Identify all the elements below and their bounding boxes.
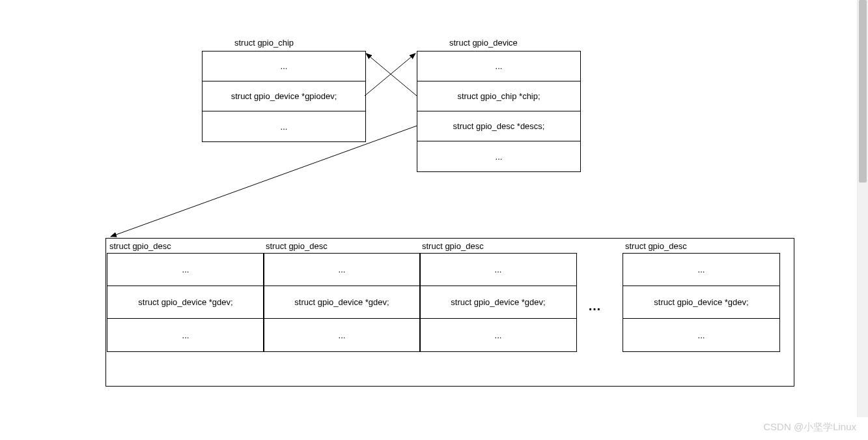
gpio-desc-box-2: ... struct gpio_device *gdev; ... xyxy=(419,253,577,352)
gpio-device-row-1: struct gpio_chip *chip; xyxy=(417,81,580,111)
scrollbar-track[interactable] xyxy=(857,0,868,417)
gpio-chip-title: struct gpio_chip xyxy=(234,38,294,48)
gpio-desc-box-1: ... struct gpio_device *gdev; ... xyxy=(263,253,421,352)
gpio-desc-1-row-2: ... xyxy=(264,319,420,351)
gpio-desc-2-row-1: struct gpio_device *gdev; xyxy=(420,286,576,319)
gpio-device-row-2: struct gpio_desc *descs; xyxy=(417,111,580,141)
gpio-device-box: ... struct gpio_chip *chip; struct gpio_… xyxy=(417,51,581,172)
gpio-desc-2-row-0: ... xyxy=(420,254,576,286)
svg-line-3 xyxy=(111,126,417,237)
gpio-desc-title-2: struct gpio_desc xyxy=(422,241,484,251)
gpio-desc-title-0: struct gpio_desc xyxy=(109,241,171,251)
gpio-device-row-0: ... xyxy=(417,51,580,81)
ellipsis-icon: … xyxy=(588,299,602,314)
svg-line-1 xyxy=(365,53,415,96)
gpio-desc-3-row-0: ... xyxy=(623,254,779,286)
gpio-desc-box-3: ... struct gpio_device *gdev; ... xyxy=(623,253,780,352)
gpio-chip-row-0: ... xyxy=(203,51,365,81)
gpio-desc-3-row-2: ... xyxy=(623,319,779,351)
gpio-desc-1-row-0: ... xyxy=(264,254,420,286)
gpio-chip-row-1: struct gpio_device *gpiodev; xyxy=(203,81,365,111)
gpio-device-row-3: ... xyxy=(417,141,580,171)
gpio-desc-box-0: ... struct gpio_device *gdev; ... xyxy=(107,253,264,352)
gpio-chip-row-2: ... xyxy=(203,111,365,141)
gpio-desc-0-row-1: struct gpio_device *gdev; xyxy=(107,286,264,319)
gpio-device-title: struct gpio_device xyxy=(449,38,518,48)
scrollbar-thumb[interactable] xyxy=(859,0,867,183)
gpio-desc-1-row-1: struct gpio_device *gdev; xyxy=(264,286,420,319)
gpio-desc-2-row-2: ... xyxy=(420,319,576,351)
gpio-desc-0-row-2: ... xyxy=(107,319,264,351)
diagram-container: struct gpio_chip ... struct gpio_device … xyxy=(0,0,868,440)
gpio-desc-0-row-0: ... xyxy=(107,254,264,286)
gpio-chip-box: ... struct gpio_device *gpiodev; ... xyxy=(202,51,366,142)
watermark-text: CSDN @小坚学Linux xyxy=(763,421,856,433)
svg-line-2 xyxy=(366,53,417,96)
gpio-desc-3-row-1: struct gpio_device *gdev; xyxy=(623,286,779,319)
gpio-desc-title-1: struct gpio_desc xyxy=(266,241,328,251)
gpio-desc-title-3: struct gpio_desc xyxy=(625,241,687,251)
